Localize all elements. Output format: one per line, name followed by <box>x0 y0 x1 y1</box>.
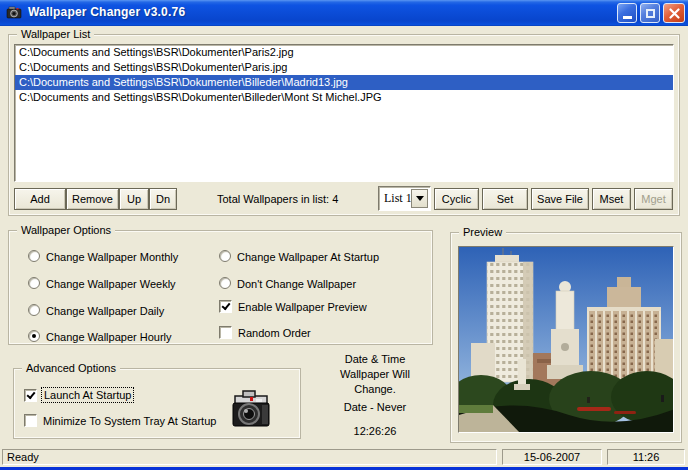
mget-button: Mget <box>634 188 673 210</box>
radio-icon[interactable] <box>219 250 231 262</box>
radio-icon[interactable] <box>219 277 231 289</box>
maximize-icon[interactable] <box>640 3 660 23</box>
list-item[interactable]: C:\Documents and Settings\BSR\Dokumenter… <box>15 90 673 105</box>
camera-icon <box>6 5 22 21</box>
radio-label: Change Wallpaper Hourly <box>46 330 172 344</box>
mset-button[interactable]: Mset <box>592 188 631 210</box>
advanced-options-group-label: Advanced Options <box>22 362 120 375</box>
list-item[interactable]: C:\Documents and Settings\BSR\Dokumenter… <box>15 60 673 75</box>
wallpaper-list-group-label: Wallpaper List <box>17 28 94 41</box>
checkbox-checked-icon[interactable] <box>219 300 232 313</box>
preview-photo <box>459 247 674 433</box>
radio-icon[interactable] <box>28 250 40 262</box>
radio-selected-icon[interactable] <box>28 330 40 342</box>
total-wallpapers-label: Total Wallpapers in list: 4 <box>217 193 338 205</box>
checkbox-label: Minimize To System Tray At Startup <box>43 414 216 428</box>
status-time: 11:26 <box>607 449 685 465</box>
radio-label: Change Wallpaper Daily <box>46 304 164 318</box>
checkbox-icon[interactable] <box>219 326 232 339</box>
checkbox-label: Random Order <box>238 326 311 340</box>
close-icon[interactable] <box>663 3 685 23</box>
schedule-date: Date - Never <box>310 401 440 413</box>
checkbox-label: Enable Wallpaper Preview <box>238 300 367 314</box>
dn-button[interactable]: Dn <box>149 188 177 210</box>
schedule-line: Change. <box>310 382 440 397</box>
schedule-time: 12:26:26 <box>310 425 440 437</box>
chevron-down-icon[interactable] <box>411 189 428 208</box>
schedule-line: Wallpaper Will <box>310 367 440 382</box>
status-text: Ready <box>2 449 497 465</box>
wallpaper-options-group-label: Wallpaper Options <box>17 224 115 237</box>
add-button[interactable]: Add <box>14 188 66 210</box>
radio-label: Change Wallpaper Monthly <box>46 250 178 264</box>
remove-button[interactable]: Remove <box>66 188 119 210</box>
status-date: 15-06-2007 <box>502 449 602 465</box>
preview-group-label: Preview <box>459 226 506 239</box>
minimize-icon[interactable] <box>617 3 637 23</box>
checkbox-icon[interactable] <box>24 414 37 427</box>
window-title: Wallpaper Changer v3.0.76 <box>28 5 185 19</box>
list-item[interactable]: C:\Documents and Settings\BSR\Dokumenter… <box>15 45 673 60</box>
titlebar[interactable]: Wallpaper Changer v3.0.76 <box>0 0 688 26</box>
radio-icon[interactable] <box>28 304 40 316</box>
checkbox-checked-icon[interactable] <box>24 389 37 402</box>
schedule-line: Date & Time <box>310 352 440 367</box>
app-window: Wallpaper Changer v3.0.76 Wallpaper List… <box>0 0 688 470</box>
list-selector-combo[interactable]: List 1 <box>378 186 431 211</box>
radio-label: Change Wallpaper Weekly <box>46 277 176 291</box>
list-selector-value: List 1 <box>384 191 412 206</box>
cyclic-button[interactable]: Cyclic <box>434 188 479 210</box>
radio-label: Don't Change Wallpaper <box>237 277 356 291</box>
save-file-button[interactable]: Save File <box>531 188 589 210</box>
checkbox-label: Launch At Startup <box>41 387 134 403</box>
camera-icon <box>228 387 274 432</box>
schedule-caption: Date & Time Wallpaper Will Change. <box>310 352 440 397</box>
up-button[interactable]: Up <box>119 188 149 210</box>
preview-image <box>458 246 674 433</box>
list-item-selected[interactable]: C:\Documents and Settings\BSR\Dokumenter… <box>15 75 673 90</box>
status-bar: Ready 15-06-2007 11:26 <box>0 447 688 467</box>
wallpaper-listbox[interactable]: C:\Documents and Settings\BSR\Dokumenter… <box>14 44 674 182</box>
radio-label: Change Wallpaper At Startup <box>237 250 379 264</box>
radio-icon[interactable] <box>28 277 40 289</box>
set-button[interactable]: Set <box>482 188 528 210</box>
